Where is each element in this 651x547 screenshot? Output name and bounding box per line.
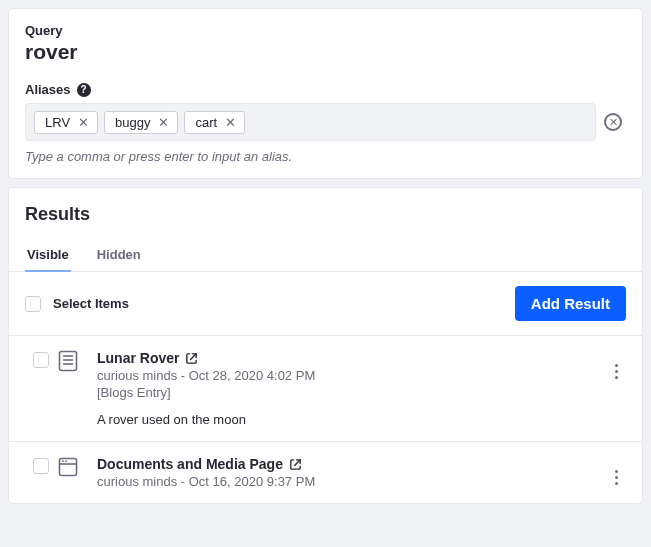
- alias-chip-label: buggy: [115, 115, 150, 130]
- alias-chip-label: cart: [195, 115, 217, 130]
- results-title: Results: [9, 204, 642, 225]
- svg-rect-4: [60, 459, 77, 476]
- results-toolbar: Select Items Add Result: [9, 272, 642, 335]
- external-link-icon: [185, 352, 198, 365]
- result-title: Lunar Rover: [97, 350, 179, 366]
- query-panel: Query rover Aliases ? LRV ✕ buggy ✕ cart…: [8, 8, 643, 179]
- add-result-button[interactable]: Add Result: [515, 286, 626, 321]
- result-meta: curious minds - Oct 16, 2020 9:37 PM: [97, 474, 590, 489]
- result-checkbox[interactable]: [33, 352, 49, 368]
- svg-point-7: [65, 460, 67, 462]
- result-tag: [Blogs Entry]: [97, 385, 590, 400]
- kebab-menu-icon[interactable]: [611, 360, 622, 383]
- result-title-row[interactable]: Documents and Media Page: [97, 456, 590, 472]
- kebab-menu-icon[interactable]: [611, 466, 622, 489]
- toolbar-left: Select Items: [25, 296, 129, 312]
- alias-chip[interactable]: LRV ✕: [34, 111, 98, 134]
- result-item: Documents and Media Page curious minds -…: [9, 441, 642, 503]
- result-meta: curious minds - Oct 28, 2020 4:02 PM: [97, 368, 590, 383]
- select-items-label: Select Items: [53, 296, 129, 311]
- page-icon: [57, 456, 79, 482]
- result-icon-col: [57, 350, 81, 376]
- alias-chip[interactable]: cart ✕: [184, 111, 245, 134]
- svg-point-6: [62, 460, 64, 462]
- result-checkbox[interactable]: [33, 458, 49, 474]
- close-icon[interactable]: ✕: [78, 116, 89, 129]
- select-all-checkbox[interactable]: [25, 296, 41, 312]
- aliases-label-row: Aliases ?: [25, 82, 626, 97]
- result-body: Documents and Media Page curious minds -…: [97, 456, 590, 489]
- result-actions: [606, 350, 626, 383]
- aliases-label: Aliases: [25, 82, 71, 97]
- aliases-hint: Type a comma or press enter to input an …: [25, 149, 626, 164]
- alias-chip-label: LRV: [45, 115, 70, 130]
- result-desc: A rover used on the moon: [97, 412, 590, 427]
- result-actions: [606, 456, 626, 489]
- close-icon[interactable]: ✕: [158, 116, 169, 129]
- clear-aliases-button[interactable]: ✕: [604, 113, 622, 131]
- result-checkbox-col: [25, 456, 41, 474]
- results-panel: Results Visible Hidden Select Items Add …: [8, 187, 643, 504]
- alias-chip[interactable]: buggy ✕: [104, 111, 178, 134]
- result-icon-col: [57, 456, 81, 482]
- tab-hidden[interactable]: Hidden: [95, 247, 143, 272]
- external-link-icon: [289, 458, 302, 471]
- query-label: Query: [25, 23, 626, 38]
- help-icon[interactable]: ?: [77, 83, 91, 97]
- result-title-row[interactable]: Lunar Rover: [97, 350, 590, 366]
- result-checkbox-col: [25, 350, 41, 368]
- result-item: Lunar Rover curious minds - Oct 28, 2020…: [9, 335, 642, 441]
- aliases-input-row: LRV ✕ buggy ✕ cart ✕ ✕: [25, 103, 626, 141]
- tab-visible[interactable]: Visible: [25, 247, 71, 272]
- close-icon[interactable]: ✕: [225, 116, 236, 129]
- svg-rect-0: [60, 352, 77, 371]
- result-title: Documents and Media Page: [97, 456, 283, 472]
- query-value: rover: [25, 40, 626, 64]
- document-icon: [57, 350, 79, 376]
- result-body: Lunar Rover curious minds - Oct 28, 2020…: [97, 350, 590, 427]
- aliases-chips-container[interactable]: LRV ✕ buggy ✕ cart ✕: [25, 103, 596, 141]
- tabs: Visible Hidden: [9, 247, 642, 272]
